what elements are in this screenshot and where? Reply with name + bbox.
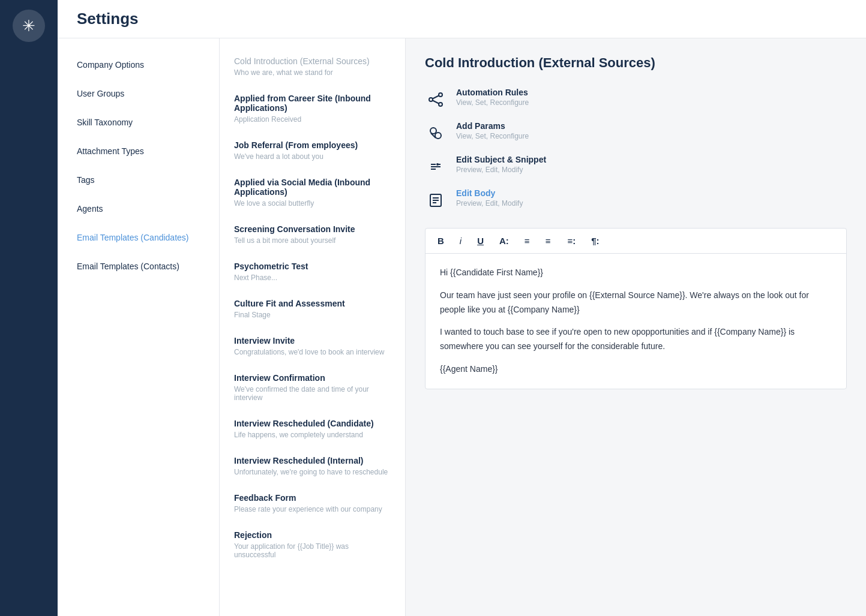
action-edit-subject-text: Edit Subject & Snippet Preview, Edit, Mo… — [456, 155, 546, 174]
list-item-title-applied-career: Applied from Career Site (Inbound Applic… — [234, 94, 391, 113]
list-item-sub-interview-confirm: We've confirmed the date and time of you… — [234, 385, 391, 402]
toolbar-list[interactable]: ≡: — [565, 235, 578, 247]
list-item-title-cold-intro: Cold Introduction (External Sources) — [234, 56, 391, 66]
editor-body[interactable]: Hi {{Candidate First Name}} Our team hav… — [425, 254, 846, 389]
list-item-sub-interview-reschedule-candidate: Life happens, we completely understand — [234, 431, 391, 439]
edit-body-icon — [425, 190, 447, 211]
list-item-cold-intro[interactable]: Cold Introduction (External Sources)Who … — [220, 48, 405, 85]
add-params-label: Add Params — [456, 121, 529, 131]
list-item-sub-job-referral: We've heard a lot about you — [234, 152, 391, 161]
toolbar-underline[interactable]: U — [475, 235, 486, 247]
email-list-column: Cold Introduction (External Sources)Who … — [220, 38, 406, 616]
list-item-psychometric[interactable]: Psychometric TestNext Phase... — [220, 253, 405, 290]
toolbar-align-left[interactable]: ≡ — [522, 235, 532, 247]
nav-column: Company OptionsUser GroupsSkill Taxonomy… — [58, 38, 220, 616]
svg-line-4 — [433, 101, 439, 104]
action-automation-rules[interactable]: Automation Rules View, Set, Reconfigure — [425, 88, 847, 110]
action-edit-subject[interactable]: Edit Subject & Snippet Preview, Edit, Mo… — [425, 155, 847, 178]
list-item-title-interview-reschedule-internal: Interview Rescheduled (Internal) — [234, 456, 391, 465]
list-item-title-job-referral: Job Referral (From employees) — [234, 140, 391, 150]
list-item-sub-interview-reschedule-internal: Unfortunately, we're going to have to re… — [234, 468, 391, 476]
editor-line-3: I wanted to touch base to see if you're … — [440, 325, 832, 354]
add-params-sub: View, Set, Reconfigure — [456, 132, 529, 140]
action-edit-body[interactable]: Edit Body Preview, Edit, Modify — [425, 188, 847, 211]
edit-body-sub: Preview, Edit, Modify — [456, 199, 523, 208]
list-item-sub-psychometric: Next Phase... — [234, 274, 391, 282]
toolbar-align-center[interactable]: ≡ — [543, 235, 555, 247]
edit-body-label: Edit Body — [456, 188, 523, 198]
edit-subject-icon — [425, 156, 447, 178]
list-item-applied-career[interactable]: Applied from Career Site (Inbound Applic… — [220, 85, 405, 132]
list-item-sub-applied-career: Application Received — [234, 115, 391, 124]
svg-point-12 — [436, 163, 439, 166]
list-item-interview-reschedule-candidate[interactable]: Interview Rescheduled (Candidate)Life ha… — [220, 410, 405, 447]
sidebar-item-company-options[interactable]: Company Options — [58, 50, 219, 79]
list-item-sub-cold-intro: Who we are, what we stand for — [234, 68, 391, 77]
automation-rules-icon — [425, 89, 447, 110]
list-item-interview-invite[interactable]: Interview InviteCongratulations, we'd lo… — [220, 327, 405, 365]
toolbar-bold[interactable]: B — [435, 235, 447, 247]
svg-point-0 — [429, 98, 433, 101]
sidebar-item-agents[interactable]: Agents — [58, 194, 219, 223]
toolbar-italic[interactable]: i — [457, 235, 464, 247]
list-item-feedback-form[interactable]: Feedback FormPlease rate your experience… — [220, 485, 405, 522]
edit-subject-label: Edit Subject & Snippet — [456, 155, 546, 164]
add-params-icon — [425, 122, 447, 144]
editor-toolbar: B i U A: ≡ ≡ ≡: ¶: — [425, 229, 846, 254]
list-item-sub-rejection: Your application for {{Job Title}} was u… — [234, 542, 391, 559]
edit-subject-sub: Preview, Edit, Modify — [456, 166, 546, 174]
action-add-params[interactable]: Add Params View, Set, Reconfigure — [425, 121, 847, 144]
list-item-title-psychometric: Psychometric Test — [234, 262, 391, 271]
main-content: Settings Company OptionsUser GroupsSkill… — [58, 0, 866, 616]
logo-icon: ✳ — [22, 17, 35, 35]
sidebar-item-email-templates-candidates[interactable]: Email Templates (Candidates) — [58, 223, 219, 252]
automation-rules-sub: View, Set, Reconfigure — [456, 98, 529, 107]
action-add-params-text: Add Params View, Set, Reconfigure — [456, 121, 529, 140]
list-item-title-culture-fit: Culture Fit and Assessment — [234, 299, 391, 308]
action-items: Automation Rules View, Set, Reconfigure … — [425, 88, 847, 211]
sidebar-item-user-groups[interactable]: User Groups — [58, 79, 219, 108]
list-item-sub-feedback-form: Please rate your experience with our com… — [234, 505, 391, 513]
sidebar-item-skill-taxonomy[interactable]: Skill Taxonomy — [58, 108, 219, 137]
detail-column: Cold Introduction (External Sources) — [406, 38, 866, 616]
sidebar-item-email-templates-contacts[interactable]: Email Templates (Contacts) — [58, 252, 219, 281]
list-item-interview-confirm[interactable]: Interview ConfirmationWe've confirmed th… — [220, 365, 405, 410]
toolbar-font-color[interactable]: A: — [497, 235, 511, 247]
list-item-culture-fit[interactable]: Culture Fit and AssessmentFinal Stage — [220, 290, 405, 327]
list-item-title-applied-social: Applied via Social Media (Inbound Applic… — [234, 178, 391, 197]
header: Settings — [58, 0, 866, 38]
list-item-sub-screening: Tell us a bit more about yourself — [234, 236, 391, 245]
logo[interactable]: ✳ — [13, 10, 45, 42]
svg-line-3 — [433, 96, 439, 99]
editor-line-4: {{Agent Name}} — [440, 362, 832, 377]
list-item-title-screening: Screening Conversation Invite — [234, 224, 391, 234]
list-item-title-rejection: Rejection — [234, 530, 391, 540]
list-item-job-referral[interactable]: Job Referral (From employees)We've heard… — [220, 132, 405, 169]
svg-point-1 — [439, 93, 442, 97]
editor-line-2: Our team have just seen your profile on … — [440, 289, 832, 317]
list-item-title-interview-invite: Interview Invite — [234, 336, 391, 345]
page-title: Settings — [77, 10, 847, 28]
list-item-interview-reschedule-internal[interactable]: Interview Rescheduled (Internal)Unfortun… — [220, 447, 405, 485]
editor-line-1: Hi {{Candidate First Name}} — [440, 266, 832, 280]
list-item-title-feedback-form: Feedback Form — [234, 493, 391, 503]
editor-container: B i U A: ≡ ≡ ≡: ¶: Hi {{Candidate First … — [425, 228, 847, 389]
svg-point-2 — [439, 103, 442, 106]
sidebar-item-tags[interactable]: Tags — [58, 166, 219, 194]
toolbar-paragraph[interactable]: ¶: — [589, 235, 601, 247]
sidebar: ✳ — [0, 0, 58, 616]
list-item-rejection[interactable]: RejectionYour application for {{Job Titl… — [220, 522, 405, 567]
detail-title: Cold Introduction (External Sources) — [425, 55, 847, 71]
columns: Company OptionsUser GroupsSkill Taxonomy… — [58, 38, 866, 616]
action-automation-text: Automation Rules View, Set, Reconfigure — [456, 88, 529, 107]
list-item-sub-interview-invite: Congratulations, we'd love to book an in… — [234, 348, 391, 356]
sidebar-item-attachment-types[interactable]: Attachment Types — [58, 137, 219, 166]
list-item-screening[interactable]: Screening Conversation InviteTell us a b… — [220, 216, 405, 253]
list-item-sub-culture-fit: Final Stage — [234, 311, 391, 319]
list-item-sub-applied-social: We love a social butterfly — [234, 199, 391, 208]
svg-point-6 — [435, 133, 441, 139]
list-item-title-interview-confirm: Interview Confirmation — [234, 373, 391, 383]
list-item-applied-social[interactable]: Applied via Social Media (Inbound Applic… — [220, 169, 405, 216]
automation-rules-label: Automation Rules — [456, 88, 529, 97]
action-edit-body-text: Edit Body Preview, Edit, Modify — [456, 188, 523, 208]
